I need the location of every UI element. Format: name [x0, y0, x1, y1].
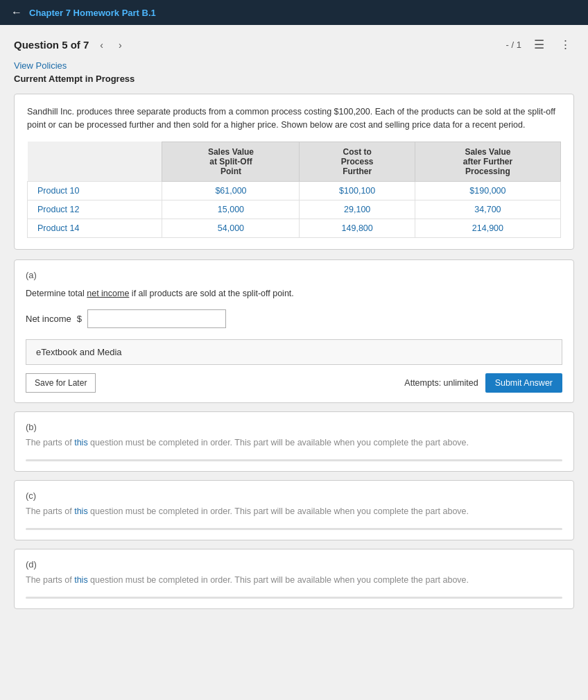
part-c-section: (c) The parts of this question must be c…	[14, 480, 574, 540]
part-a-instruction: Determine total net income if all produc…	[26, 287, 562, 300]
part-c-label: (c)	[26, 490, 562, 501]
etextbook-button[interactable]: eTextbook and Media	[26, 339, 562, 365]
part-d-locked-msg: The parts of this question must be compl…	[26, 574, 562, 587]
product-12-cost-process: 29,100	[300, 200, 415, 219]
view-policies-link[interactable]: View Policies	[14, 60, 574, 71]
col-header-cost-process: Cost toProcessFurther	[300, 142, 415, 181]
question-text: Sandhill Inc. produces three separate pr…	[27, 105, 561, 132]
actions-row: Save for Later Attempts: unlimited Submi…	[26, 373, 562, 393]
main-content: Question 5 of 7 ‹ › - / 1 ☰ ⋮ View Polic…	[0, 25, 588, 700]
question-nav-right: - / 1 ☰ ⋮	[506, 36, 574, 53]
part-a-section: (a) Determine total net income if all pr…	[14, 259, 574, 404]
net-income-input[interactable]	[87, 309, 226, 328]
product-10-sales-further: $190,000	[415, 181, 560, 200]
header-title: Chapter 7 Homework Part B.1	[29, 8, 156, 18]
data-table: Sales Valueat Split-OffPoint Cost toProc…	[27, 142, 561, 238]
part-b-section: (b) The parts of this question must be c…	[14, 411, 574, 472]
product-14-sales-split: 54,000	[162, 219, 300, 237]
product-10-name: Product 10	[28, 181, 162, 200]
product-14-sales-further: 214,900	[415, 219, 560, 237]
next-question-button[interactable]: ›	[114, 38, 126, 52]
part-a-label: (a)	[26, 270, 562, 280]
question-card: Sandhill Inc. produces three separate pr…	[14, 94, 574, 250]
page-indicator: - / 1	[506, 40, 521, 50]
list-view-button[interactable]: ☰	[531, 36, 547, 53]
attempts-info: Attempts: unlimited Submit Answer	[404, 373, 562, 393]
part-d-bar	[26, 597, 562, 599]
net-income-row: Net income $	[26, 309, 562, 328]
save-later-button[interactable]: Save for Later	[26, 373, 96, 393]
part-c-locked-msg: The parts of this question must be compl…	[26, 505, 562, 518]
part-c-bar	[26, 528, 562, 530]
col-header-sales-further: Sales Valueafter FurtherProcessing	[415, 142, 560, 181]
prev-question-button[interactable]: ‹	[96, 38, 107, 52]
part-d-label: (d)	[26, 559, 562, 570]
product-12-sales-further: 34,700	[415, 200, 560, 219]
header: ← Chapter 7 Homework Part B.1	[0, 0, 588, 25]
question-label: Question 5 of 7	[14, 39, 89, 51]
more-options-button[interactable]: ⋮	[557, 36, 574, 53]
product-12-sales-split: 15,000	[162, 200, 300, 219]
net-income-label: Net income	[26, 314, 71, 324]
product-10-sales-split: $61,000	[162, 181, 300, 200]
submit-answer-button[interactable]: Submit Answer	[485, 373, 562, 393]
product-10-cost-process: $100,100	[300, 181, 415, 200]
question-nav: Question 5 of 7 ‹ › - / 1 ☰ ⋮	[14, 36, 574, 53]
attempts-label: Attempts: unlimited	[404, 378, 478, 388]
back-button[interactable]: ←	[11, 6, 22, 19]
table-row: Product 12 15,000 29,100 34,700	[28, 200, 561, 219]
product-14-cost-process: 149,800	[300, 219, 415, 237]
part-b-label: (b)	[26, 422, 562, 432]
part-b-bar	[26, 459, 562, 461]
dollar-sign: $	[77, 314, 82, 324]
part-b-locked-msg: The parts of this question must be compl…	[26, 436, 562, 450]
col-header-sales-split: Sales Valueat Split-OffPoint	[162, 142, 300, 181]
table-row: Product 10 $61,000 $100,100 $190,000	[28, 181, 561, 200]
table-row: Product 14 54,000 149,800 214,900	[28, 219, 561, 237]
attempt-status: Current Attempt in Progress	[14, 74, 574, 84]
product-12-name: Product 12	[28, 200, 162, 219]
product-14-name: Product 14	[28, 219, 162, 237]
question-nav-left: Question 5 of 7 ‹ ›	[14, 38, 126, 52]
part-d-section: (d) The parts of this question must be c…	[14, 549, 574, 609]
